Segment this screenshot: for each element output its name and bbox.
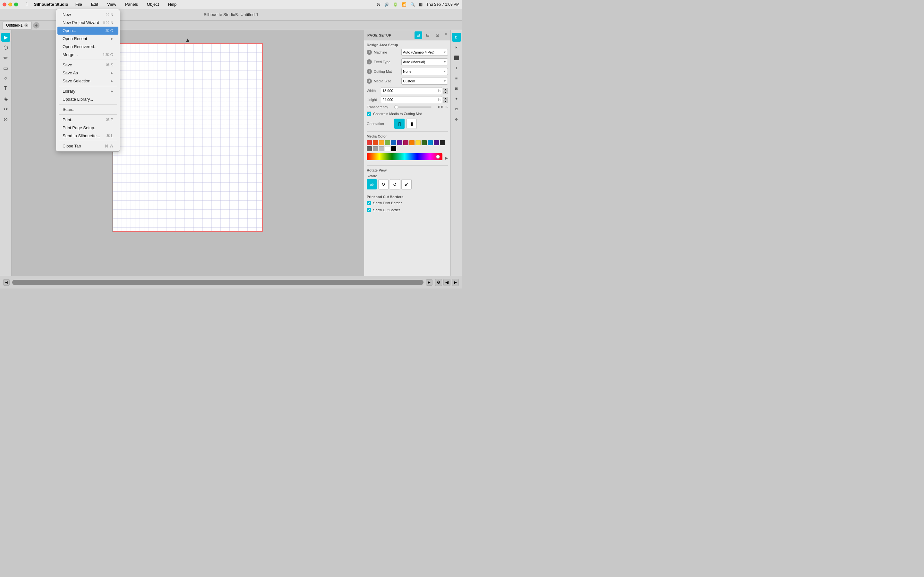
rotate-90-button[interactable]: ↻ [378, 179, 389, 189]
menu-save-selection[interactable]: Save Selection ▶ [57, 77, 118, 85]
collapse-button[interactable]: ▶ [452, 279, 459, 286]
color-swatch-blue[interactable] [391, 140, 396, 145]
menu-help[interactable]: Help [166, 1, 178, 7]
pencil-tool[interactable]: ✏ [1, 53, 10, 62]
eraser-tool[interactable]: ◈ [1, 94, 10, 103]
menu-edit[interactable]: Edit [89, 1, 100, 7]
transform-sidebar-btn[interactable]: ✦ [452, 94, 461, 103]
scroll-left-button[interactable]: ◀ [3, 279, 10, 285]
page-setup-sidebar-btn[interactable]: 🗒 [452, 33, 461, 42]
menu-scan[interactable]: Scan... [57, 105, 118, 113]
ellipse-tool[interactable]: ○ [1, 74, 10, 83]
color-swatch-lime[interactable] [415, 140, 421, 145]
cut-settings-sidebar-btn[interactable]: ✂ [452, 43, 461, 52]
rotate-270-button[interactable]: ↙ [401, 179, 412, 189]
menu-open-recent[interactable]: Open Recent ▶ [57, 35, 118, 43]
tab-untitled[interactable]: Untitled-1 × [3, 21, 32, 29]
menu-print-page-setup[interactable]: Print Page Setup... [57, 124, 118, 132]
knife-tool[interactable]: ✂ [1, 105, 10, 113]
menu-file[interactable]: File [73, 1, 84, 7]
transparency-thumb[interactable] [394, 105, 398, 109]
eyedropper-tool[interactable]: ⊘ [1, 115, 10, 124]
constrain-checkbox[interactable]: ✓ [367, 111, 371, 116]
canvas-page[interactable] [112, 43, 263, 232]
color-swatch-orange[interactable] [373, 140, 378, 145]
panel-close-icon[interactable]: × [445, 31, 447, 39]
color-swatch-purple[interactable] [397, 140, 402, 145]
fill-sidebar-btn[interactable]: ⬛ [452, 53, 461, 62]
search-icon[interactable]: 🔍 [410, 2, 415, 7]
panel-icon-table[interactable]: ⊟ [424, 31, 432, 39]
color-swatch-black[interactable] [440, 140, 445, 145]
width-up-arrow[interactable]: ▲ [443, 88, 448, 91]
tab-close-button[interactable]: × [24, 23, 28, 27]
height-down-arrow[interactable]: ▼ [443, 100, 448, 103]
menu-object[interactable]: Object [145, 1, 161, 7]
menu-open[interactable]: Open... ⌘ O [57, 27, 118, 35]
color-gradient-picker[interactable] [367, 153, 443, 160]
color-swatch-lightblue[interactable] [428, 140, 433, 145]
menu-new-project-wizard[interactable]: New Project Wizard ⇧⌘ N [57, 19, 118, 27]
color-swatch-red[interactable] [367, 140, 372, 145]
maximize-button[interactable] [14, 3, 18, 6]
color-expand-arrow[interactable]: ▶ [445, 156, 448, 160]
color-swatch-lightgray[interactable] [379, 146, 384, 151]
node-tool[interactable]: ⬡ [1, 43, 10, 52]
minimize-button[interactable] [8, 3, 12, 6]
settings-button[interactable]: ⚙ [435, 279, 442, 286]
show-print-border-checkbox[interactable]: ✓ [367, 201, 371, 205]
height-input[interactable]: 24.000 in [381, 96, 442, 103]
media-size-select[interactable]: Custom ▼ [401, 77, 448, 85]
width-input[interactable]: 18.900 in [381, 87, 442, 94]
color-swatch-white[interactable] [385, 146, 390, 151]
scroll-right-button[interactable]: ▶ [426, 279, 433, 285]
replicate-sidebar-btn[interactable]: ⊞ [452, 84, 461, 93]
menu-merge[interactable]: Merge... ⇧⌘ O [57, 51, 118, 59]
color-swatch-darkgray[interactable] [367, 146, 372, 151]
align-sidebar-btn[interactable]: ≡ [452, 74, 461, 83]
menu-view[interactable]: View [105, 1, 118, 7]
menu-print[interactable]: Print... ⌘ P [57, 116, 118, 124]
color-swatch-amber[interactable] [409, 140, 415, 145]
transparency-slider[interactable] [394, 106, 431, 108]
width-down-arrow[interactable]: ▼ [443, 91, 448, 94]
color-swatch-green[interactable] [385, 140, 390, 145]
expand-button[interactable]: ◀ [443, 279, 451, 286]
menu-update-library[interactable]: Update Library... [57, 95, 118, 103]
color-picker-handle[interactable] [436, 155, 440, 159]
rotate-180-button[interactable]: ↺ [390, 179, 400, 189]
color-swatch-darkpurple[interactable] [434, 140, 439, 145]
menu-library[interactable]: Library ▶ [57, 87, 118, 95]
color-swatch-pink[interactable] [403, 140, 409, 145]
close-button[interactable] [3, 3, 6, 6]
new-tab-button[interactable]: + [33, 22, 39, 29]
menu-send-to-silhouette[interactable]: Send to Silhouette... ⌘ L [57, 132, 118, 140]
color-swatch-yellow[interactable] [379, 140, 384, 145]
landscape-button[interactable]: ▮ [407, 119, 417, 129]
apple-menu-icon[interactable]:  [26, 2, 27, 7]
show-cut-border-checkbox[interactable]: ✓ [367, 208, 371, 212]
stroke-sidebar-btn[interactable]: T [452, 63, 461, 73]
menu-panels[interactable]: Panels [123, 1, 140, 7]
menu-save-as[interactable]: Save As ▶ [57, 69, 118, 77]
menu-new[interactable]: New ⌘ N [57, 11, 118, 19]
rectangle-tool[interactable]: ▭ [1, 63, 10, 73]
cutting-mat-select[interactable]: None ▼ [401, 68, 448, 75]
portrait-button[interactable]: ▯ [394, 119, 405, 129]
color-swatch-gray[interactable] [373, 146, 378, 151]
scan-sidebar-btn[interactable]: ⊘ [452, 115, 461, 124]
text-tool[interactable]: T [1, 84, 10, 93]
panel-icon-design[interactable]: ⊞ [415, 31, 422, 39]
machine-select[interactable]: Auto (Cameo 4 Pro) ▼ [401, 49, 448, 56]
feed-type-select[interactable]: Auto (Manual) ▼ [401, 58, 448, 65]
color-swatch-darkgreen[interactable] [422, 140, 427, 145]
menu-save[interactable]: Save ⌘ S [57, 61, 118, 69]
select-tool[interactable]: ▶ [1, 33, 10, 42]
layers-sidebar-btn[interactable]: ⧉ [452, 105, 461, 113]
menu-close-tab[interactable]: Close Tab ⌘ W [57, 142, 118, 150]
panel-icon-layers[interactable]: ⊠ [434, 31, 441, 39]
color-swatch-black2[interactable] [391, 146, 396, 151]
menu-open-recovered[interactable]: Open Recovered... [57, 43, 118, 51]
rotate-0-button[interactable]: ab [367, 179, 377, 189]
horizontal-scrollbar[interactable] [12, 280, 423, 285]
